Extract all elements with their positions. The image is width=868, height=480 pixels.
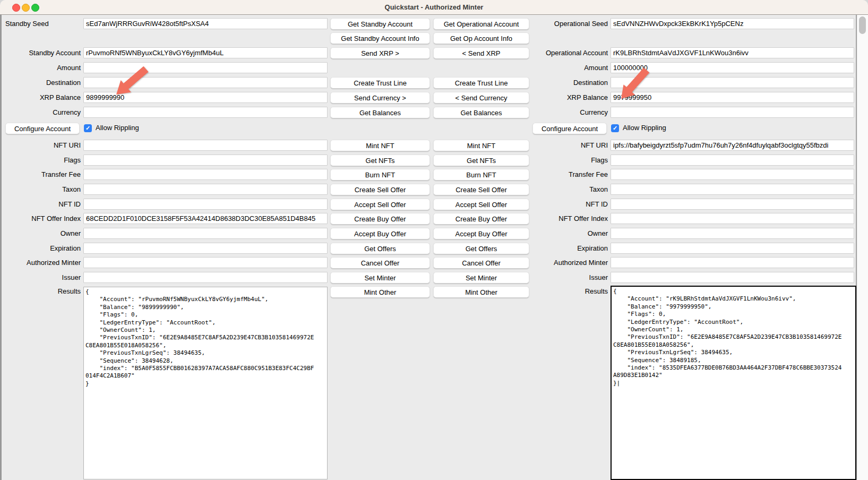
standby-configure-account-button[interactable]: Configure Account <box>5 123 80 134</box>
get-standby-account-info-button[interactable]: Get Standby Account Info <box>330 32 430 44</box>
standby-cancel-offer-button[interactable]: Cancel Offer <box>330 257 430 269</box>
standby-flags-input[interactable] <box>83 155 328 166</box>
operational-create-sell-offer-button[interactable]: Create Sell Offer <box>433 184 529 195</box>
send-xrp-right-button[interactable]: Send XRP > <box>330 47 430 59</box>
standby-seed-label: Standby Seed <box>2 18 84 29</box>
operational-seed-input[interactable] <box>611 18 854 29</box>
operational-flags-input[interactable] <box>611 155 854 166</box>
operational-nft-id-input[interactable] <box>611 199 854 210</box>
vertical-scrollbar-track[interactable] <box>857 14 868 480</box>
annotation-arrow-operational-xrp-balance-icon <box>616 67 652 103</box>
operational-transfer-fee-label: Transfer Fee <box>529 169 608 180</box>
standby-mint-nft-button[interactable]: Mint NFT <box>330 140 430 151</box>
vertical-scrollbar-thumb[interactable] <box>859 16 866 34</box>
standby-results-label: Results <box>2 286 81 297</box>
operational-nft-uri-input[interactable] <box>611 140 854 151</box>
operational-accept-buy-offer-button[interactable]: Accept Buy Offer <box>433 228 529 239</box>
annotation-arrow-standby-xrp-balance-icon <box>110 65 152 99</box>
operational-expiration-label: Expiration <box>529 243 608 254</box>
standby-seed-input[interactable] <box>83 18 328 29</box>
operational-allow-rippling-label: Allow Rippling <box>623 123 666 134</box>
standby-account-input[interactable] <box>83 47 328 58</box>
standby-nft-offer-index-label: NFT Offer Index <box>2 213 81 224</box>
standby-expiration-input[interactable] <box>83 243 328 254</box>
operational-set-minter-button[interactable]: Set Minter <box>433 272 529 284</box>
standby-accept-buy-offer-button[interactable]: Accept Buy Offer <box>330 228 430 239</box>
operational-taxon-label: Taxon <box>529 184 608 195</box>
standby-burn-nft-button[interactable]: Burn NFT <box>330 169 430 181</box>
get-op-account-info-button[interactable]: Get Op Account Info <box>433 32 529 44</box>
standby-taxon-input[interactable] <box>83 184 328 195</box>
window-left-edge <box>0 14 2 480</box>
get-standby-account-button[interactable]: Get Standby Account <box>330 18 430 30</box>
operational-mint-other-button[interactable]: Mint Other <box>433 286 529 298</box>
operational-owner-label: Owner <box>529 228 608 239</box>
standby-currency-input[interactable] <box>83 107 328 118</box>
window-title: Quickstart - Authorized Minter <box>0 0 868 14</box>
operational-issuer-label: Issuer <box>529 272 608 283</box>
standby-create-trust-line-button[interactable]: Create Trust Line <box>330 77 430 89</box>
titlebar: Quickstart - Authorized Minter <box>0 0 868 15</box>
standby-issuer-input[interactable] <box>83 272 328 283</box>
operational-owner-input[interactable] <box>611 228 854 239</box>
operational-issuer-input[interactable] <box>611 272 854 283</box>
operational-results-textarea[interactable]: { "Account": "rK9LBRhStdmtAaVdJXGVF1LnKW… <box>611 286 856 480</box>
standby-get-balances-button[interactable]: Get Balances <box>330 107 430 118</box>
standby-create-sell-offer-button[interactable]: Create Sell Offer <box>330 184 430 195</box>
operational-destination-label: Destination <box>529 77 608 88</box>
operational-nft-offer-index-input[interactable] <box>611 213 854 224</box>
standby-nft-uri-label: NFT URI <box>2 140 81 151</box>
standby-flags-label: Flags <box>2 155 81 166</box>
send-currency-left-button[interactable]: < Send Currency <box>433 92 529 104</box>
operational-flags-label: Flags <box>529 155 608 166</box>
operational-results-label: Results <box>529 286 608 297</box>
operational-currency-label: Currency <box>529 107 608 118</box>
operational-create-buy-offer-button[interactable]: Create Buy Offer <box>433 213 529 225</box>
standby-nft-offer-index-input[interactable] <box>83 213 328 224</box>
operational-create-trust-line-button[interactable]: Create Trust Line <box>433 77 529 89</box>
operational-cancel-offer-button[interactable]: Cancel Offer <box>433 257 529 269</box>
standby-nft-uri-input[interactable] <box>83 140 328 151</box>
standby-allow-rippling-label: Allow Rippling <box>96 123 139 134</box>
standby-allow-rippling-checkbox[interactable]: ✓ <box>84 124 92 132</box>
operational-burn-nft-button[interactable]: Burn NFT <box>433 169 529 181</box>
operational-get-nfts-button[interactable]: Get NFTs <box>433 155 529 166</box>
operational-configure-account-button[interactable]: Configure Account <box>532 123 607 134</box>
standby-set-minter-button[interactable]: Set Minter <box>330 272 430 284</box>
operational-xrp-balance-label: XRP Balance <box>529 92 608 103</box>
operational-transfer-fee-input[interactable] <box>611 169 854 180</box>
standby-issuer-label: Issuer <box>2 272 81 283</box>
operational-authorized-minter-label: Authorized Minter <box>529 257 608 268</box>
standby-nft-id-input[interactable] <box>83 199 328 210</box>
operational-allow-rippling-checkbox[interactable]: ✓ <box>611 124 619 132</box>
standby-transfer-fee-input[interactable] <box>83 169 328 180</box>
operational-accept-sell-offer-button[interactable]: Accept Sell Offer <box>433 199 529 210</box>
standby-get-nfts-button[interactable]: Get NFTs <box>330 155 430 166</box>
operational-nft-offer-index-label: NFT Offer Index <box>529 213 608 224</box>
operational-nft-uri-label: NFT URI <box>529 140 608 151</box>
standby-get-offers-button[interactable]: Get Offers <box>330 243 430 254</box>
operational-amount-label: Amount <box>529 62 608 73</box>
operational-expiration-input[interactable] <box>611 243 854 254</box>
operational-account-input[interactable] <box>611 47 854 58</box>
get-operational-account-button[interactable]: Get Operational Account <box>433 18 529 30</box>
send-xrp-left-button[interactable]: < Send XRP <box>433 47 529 59</box>
operational-authorized-minter-input[interactable] <box>611 257 854 268</box>
operational-mint-nft-button[interactable]: Mint NFT <box>433 140 529 151</box>
standby-account-label: Standby Account <box>2 47 81 58</box>
standby-xrp-balance-label: XRP Balance <box>2 92 81 103</box>
operational-get-offers-button[interactable]: Get Offers <box>433 243 529 254</box>
operational-account-label: Operational Account <box>529 47 608 58</box>
standby-create-buy-offer-button[interactable]: Create Buy Offer <box>330 213 430 225</box>
standby-accept-sell-offer-button[interactable]: Accept Sell Offer <box>330 199 430 210</box>
send-currency-right-button[interactable]: Send Currency > <box>330 92 430 104</box>
standby-results-textarea[interactable]: { "Account": "rPuvmoRNf5WNByuxCkLY8vGY6y… <box>83 287 328 479</box>
standby-mint-other-button[interactable]: Mint Other <box>330 286 430 298</box>
operational-get-balances-button[interactable]: Get Balances <box>433 107 529 118</box>
standby-expiration-label: Expiration <box>2 243 81 254</box>
standby-owner-input[interactable] <box>83 228 328 239</box>
standby-owner-label: Owner <box>2 228 81 239</box>
operational-taxon-input[interactable] <box>611 184 854 195</box>
operational-currency-input[interactable] <box>611 107 854 118</box>
standby-authorized-minter-input[interactable] <box>83 257 328 268</box>
